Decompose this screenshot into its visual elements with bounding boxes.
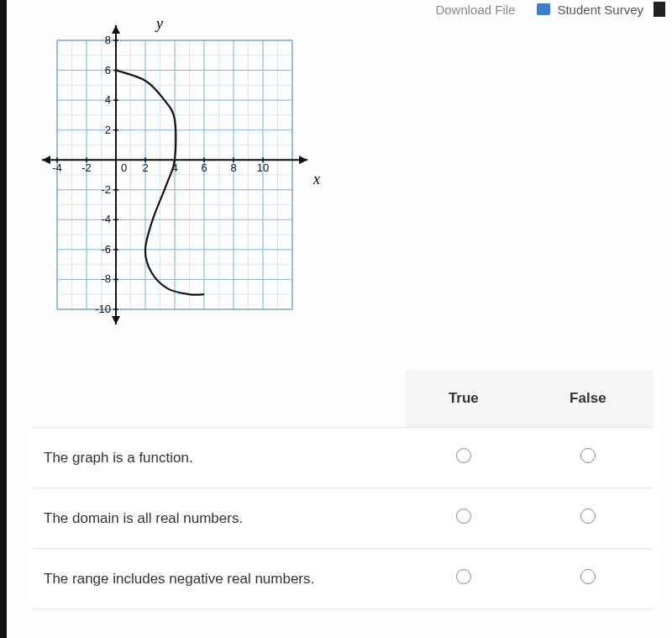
svg-marker-60 [112, 25, 120, 34]
statement-cell: The graph is a function. [32, 428, 405, 488]
download-link[interactable]: Download File [435, 3, 515, 17]
chart-svg: -4-20246810-10-8-6-4-22468 [32, 15, 318, 326]
statement-cell: The range includes negative real numbers… [32, 549, 405, 609]
svg-text:-8: -8 [101, 272, 111, 285]
domain-all-reals-true-radio[interactable] [456, 509, 471, 524]
svg-text:6: 6 [201, 161, 207, 174]
domain-all-reals-false-radio[interactable] [580, 509, 596, 524]
svg-text:-2: -2 [101, 183, 111, 196]
question-table: True False The graph is a function.The d… [32, 370, 654, 609]
svg-marker-58 [42, 156, 50, 164]
table-row: The graph is a function. [32, 428, 654, 488]
x-axis-label: x [313, 171, 320, 188]
svg-text:-4: -4 [52, 161, 62, 174]
student-survey-link[interactable]: Student Survey [557, 3, 643, 17]
header-blank [32, 370, 405, 428]
statement-cell: The domain is all real numbers. [32, 488, 405, 549]
svg-text:0: 0 [121, 161, 127, 174]
svg-text:8: 8 [105, 34, 111, 46]
toolbar-divider [654, 2, 665, 17]
svg-text:4: 4 [105, 93, 111, 106]
graph-figure: y x -4-20246810-10-8-6-4-22468 [32, 15, 318, 326]
header-true: True [405, 370, 522, 428]
svg-text:6: 6 [105, 64, 111, 76]
is-function-false-radio[interactable] [580, 448, 596, 463]
header-false: False [522, 370, 654, 428]
is-function-true-radio[interactable] [456, 448, 471, 463]
range-negative-false-radio[interactable] [580, 569, 596, 584]
svg-marker-57 [299, 156, 307, 164]
svg-text:-2: -2 [81, 161, 92, 174]
range-negative-true-radio[interactable] [456, 569, 471, 584]
svg-text:10: 10 [257, 161, 269, 174]
table-row: The range includes negative real numbers… [32, 549, 654, 609]
svg-text:-10: -10 [95, 303, 111, 315]
svg-marker-61 [112, 316, 120, 324]
svg-text:-4: -4 [101, 213, 111, 225]
y-axis-label: y [156, 15, 163, 33]
page-background: Download File Student Survey y x -4-2024… [0, 0, 672, 638]
svg-text:2: 2 [105, 124, 111, 136]
svg-text:8: 8 [230, 161, 236, 174]
svg-text:-6: -6 [101, 243, 111, 256]
table-row: The domain is all real numbers. [32, 488, 654, 549]
top-toolbar: Download File Student Survey [428, 0, 672, 18]
svg-text:2: 2 [142, 161, 148, 174]
survey-icon [537, 3, 550, 15]
